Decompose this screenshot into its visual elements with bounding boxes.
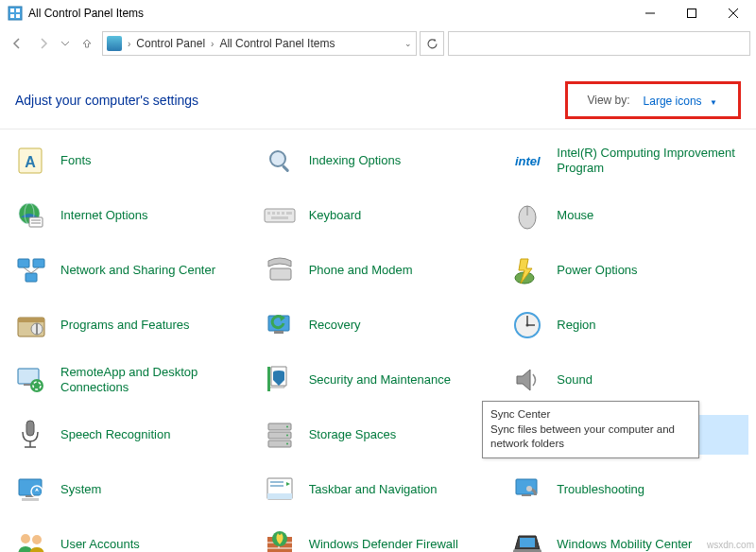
item-remoteapp[interactable]: RemoteApp and Desktop Connections <box>8 360 252 400</box>
item-label: Power Options <box>557 263 637 278</box>
item-keyboard[interactable]: Keyboard <box>256 196 501 235</box>
item-region[interactable]: Region <box>504 305 748 345</box>
item-phone-modem[interactable]: Phone and Modem <box>256 250 501 290</box>
remoteapp-icon <box>15 364 47 396</box>
item-label: Troubleshooting <box>557 482 644 497</box>
svg-point-9 <box>733 39 741 46</box>
svg-rect-31 <box>33 259 44 267</box>
mobility-icon <box>511 528 543 552</box>
item-label: RemoteApp and Desktop Connections <box>60 365 245 396</box>
window-title: All Control Panel Items <box>28 7 629 20</box>
item-troubleshooting[interactable]: Troubleshooting <box>504 470 748 509</box>
item-sound[interactable]: Sound <box>504 360 748 400</box>
svg-rect-38 <box>18 318 44 322</box>
svg-rect-14 <box>282 164 289 172</box>
intel-icon: intel <box>511 145 543 177</box>
region-icon <box>511 309 543 341</box>
item-label: System <box>60 482 101 497</box>
item-internet-options[interactable]: Internet Options <box>8 196 252 235</box>
item-windows-defender-firewall[interactable]: Windows Defender Firewall <box>256 525 501 552</box>
item-label: Intel(R) Computing Improvement Program <box>557 146 741 177</box>
back-button[interactable] <box>6 32 28 55</box>
item-taskbar-navigation[interactable]: Taskbar and Navigation <box>256 470 501 509</box>
mouse-icon <box>511 199 543 232</box>
svg-rect-27 <box>271 216 288 219</box>
tooltip-title: Sync Center <box>490 407 691 423</box>
item-programs-features[interactable]: Programs and Features <box>8 305 252 345</box>
viewby-dropdown[interactable]: Large icons ▼ <box>644 92 717 109</box>
svg-point-46 <box>526 324 529 327</box>
forward-button[interactable] <box>32 32 55 55</box>
item-label: Internet Options <box>60 208 148 223</box>
svg-rect-65 <box>22 498 39 501</box>
item-security-maintenance[interactable]: Security and Maintenance <box>256 360 501 400</box>
item-label: User Accounts <box>60 537 140 552</box>
up-button[interactable] <box>76 32 98 55</box>
fonts-icon: A <box>15 145 47 177</box>
page-title: Adjust your computer's settings <box>15 93 198 108</box>
svg-text:A: A <box>25 154 36 170</box>
chevron-down-icon[interactable]: ⌄ <box>404 39 412 48</box>
search-box[interactable] <box>448 31 750 56</box>
svg-rect-22 <box>267 212 270 215</box>
svg-rect-2 <box>16 9 20 12</box>
svg-point-74 <box>21 534 30 543</box>
svg-rect-72 <box>522 494 531 496</box>
item-label: Programs and Features <box>60 318 190 333</box>
item-intel-computing[interactable]: intel Intel(R) Computing Improvement Pro… <box>504 141 748 181</box>
taskbar-icon <box>264 474 296 506</box>
item-power-options[interactable]: Power Options <box>504 250 748 290</box>
item-label: Speech Recognition <box>60 427 170 442</box>
viewby-label: View by: <box>587 94 629 107</box>
troubleshoot-icon <box>511 474 543 506</box>
item-label: Windows Mobility Center <box>557 537 692 552</box>
item-indexing-options[interactable]: Indexing Options <box>256 141 501 181</box>
item-label: Windows Defender Firewall <box>309 537 458 552</box>
item-user-accounts[interactable]: User Accounts <box>8 525 252 552</box>
breadcrumb-control-panel[interactable]: Control Panel <box>136 37 205 50</box>
programs-icon <box>15 309 47 341</box>
caret-down-icon: ▼ <box>710 98 717 107</box>
item-label: Fonts <box>60 153 92 168</box>
search-input[interactable] <box>455 37 732 50</box>
svg-rect-52 <box>267 367 270 391</box>
item-storage-spaces[interactable]: Storage Spaces <box>256 415 501 455</box>
power-icon <box>511 254 543 286</box>
item-network-sharing[interactable]: Network and Sharing Center <box>8 250 252 290</box>
svg-point-60 <box>286 435 288 437</box>
item-system[interactable]: System <box>8 470 252 509</box>
svg-rect-25 <box>282 212 284 215</box>
svg-rect-24 <box>277 212 280 215</box>
watermark: wsxdn.com <box>707 540 754 550</box>
firewall-icon <box>264 528 296 552</box>
item-label: Network and Sharing Center <box>60 263 215 278</box>
recent-dropdown[interactable] <box>59 32 72 55</box>
svg-rect-68 <box>267 493 292 499</box>
svg-line-33 <box>24 267 31 273</box>
svg-rect-63 <box>19 479 42 495</box>
breadcrumb-all-items[interactable]: All Control Panel Items <box>219 37 335 50</box>
svg-rect-3 <box>10 14 14 18</box>
users-icon <box>15 528 47 552</box>
item-speech-recognition[interactable]: Speech Recognition <box>8 415 252 455</box>
item-label: Recovery <box>309 318 361 333</box>
tooltip: Sync Center Sync files between your comp… <box>482 401 699 458</box>
svg-point-61 <box>286 443 288 445</box>
svg-rect-6 <box>688 9 696 18</box>
item-label: Taskbar and Navigation <box>309 482 438 497</box>
refresh-button[interactable] <box>420 31 444 56</box>
item-mouse[interactable]: Mouse <box>504 196 748 235</box>
minimize-button[interactable] <box>629 0 671 26</box>
svg-rect-4 <box>16 14 20 18</box>
item-fonts[interactable]: A Fonts <box>8 141 252 181</box>
maximize-button[interactable] <box>671 0 713 26</box>
svg-point-73 <box>526 486 532 492</box>
item-label: Region <box>557 318 595 333</box>
viewby-value: Large icons <box>644 95 702 108</box>
address-bar[interactable]: › Control Panel › All Control Panel Item… <box>102 31 417 56</box>
item-recovery[interactable]: Recovery <box>256 305 501 345</box>
recovery-icon <box>264 309 296 341</box>
close-button[interactable] <box>713 0 754 26</box>
svg-rect-23 <box>272 212 275 215</box>
svg-point-50 <box>30 379 43 392</box>
